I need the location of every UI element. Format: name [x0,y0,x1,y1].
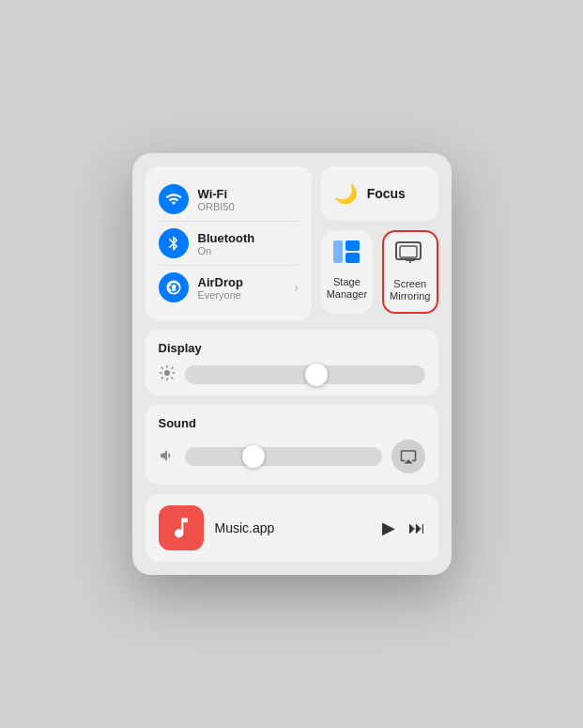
focus-moon-icon: 🌙 [334,182,358,205]
volume-thumb[interactable] [242,445,265,468]
music-app-icon [159,505,204,550]
top-row: Wi-Fi ORBI50 Bluetooth On [146,166,438,320]
screen-mirroring-icon [395,241,425,272]
brightness-icon [159,364,176,384]
stage-mirror-row: StageManager ScreenMirroring [321,230,438,314]
display-label: Display [159,341,425,355]
bluetooth-icon-bg [159,228,189,258]
stage-manager-label: StageManager [327,276,367,301]
music-app-name: Music.app [215,520,371,535]
screen-mirroring-button[interactable]: ScreenMirroring [382,230,437,314]
display-slider-row [159,364,425,384]
airdrop-chevron-icon: › [295,281,299,294]
sound-panel: Sound [146,405,438,485]
music-controls: ▶ ⏭ [382,518,425,538]
airdrop-sub: Everyone [198,289,285,301]
svg-rect-1 [333,240,343,263]
control-center: Wi-Fi ORBI50 Bluetooth On [132,153,452,575]
wifi-item[interactable]: Wi-Fi ORBI50 [159,178,299,222]
display-panel: Display [146,330,438,395]
bluetooth-name: Bluetooth [198,231,299,245]
sound-label: Sound [159,416,425,430]
skip-forward-button[interactable]: ⏭ [408,519,425,538]
music-panel: Music.app ▶ ⏭ [146,494,438,562]
focus-label: Focus [367,186,406,201]
wifi-name: Wi-Fi [198,187,299,201]
bluetooth-sub: On [198,245,299,256]
airdrop-text: AirDrop Everyone [198,275,285,301]
wifi-sub: ORBI50 [198,201,299,212]
brightness-slider[interactable] [185,365,425,384]
screen-mirroring-label: ScreenMirroring [390,278,430,302]
play-button[interactable]: ▶ [382,518,395,538]
airdrop-name: AirDrop [198,275,285,289]
sound-slider-row [159,440,425,473]
focus-panel[interactable]: 🌙 Focus [321,166,438,221]
bluetooth-icon [165,235,182,252]
bluetooth-item[interactable]: Bluetooth On [159,222,299,266]
svg-rect-5 [400,246,417,257]
network-panel: Wi-Fi ORBI50 Bluetooth On [146,166,312,320]
airdrop-icon-bg [159,272,189,302]
airdrop-item[interactable]: AirDrop Everyone › [159,266,299,309]
airdrop-icon [165,279,182,296]
stage-manager-button[interactable]: StageManager [321,230,373,314]
volume-icon [159,447,176,467]
wifi-icon-bg [159,184,189,214]
wifi-icon [165,191,182,208]
brightness-thumb[interactable] [305,364,328,386]
bluetooth-text: Bluetooth On [198,231,299,256]
svg-rect-2 [345,240,360,251]
right-col: 🌙 Focus StageManager [321,166,438,320]
stage-manager-icon [332,240,361,271]
volume-slider[interactable] [185,447,382,466]
svg-point-6 [164,370,170,376]
wifi-text: Wi-Fi ORBI50 [198,187,299,212]
airplay-button[interactable] [391,440,425,473]
svg-rect-3 [345,253,360,263]
